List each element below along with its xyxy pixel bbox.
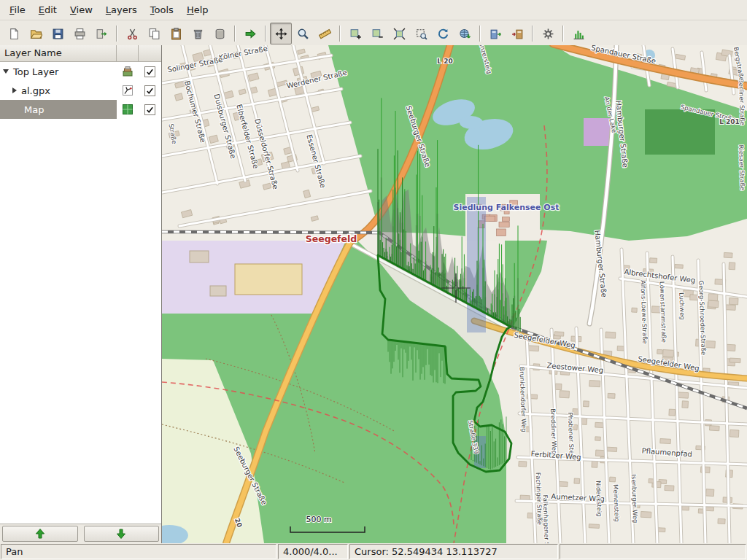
- zoom-best-fit-icon: [393, 28, 406, 40]
- layer-visible-checkbox[interactable]: [144, 104, 155, 115]
- layers-panel-toolbar: [0, 524, 161, 543]
- zoom-tool[interactable]: [292, 23, 314, 44]
- expander-collapsed-icon[interactable]: [12, 88, 17, 93]
- statusbar-extra: [560, 544, 746, 559]
- zoom-region-icon: [415, 28, 427, 40]
- layer-label: al.gpx: [21, 85, 50, 96]
- layers-panel: Layer Name Top Layeral.gpxMap: [0, 45, 162, 543]
- zoom-out-button[interactable]: [366, 23, 388, 44]
- print-button[interactable]: [69, 23, 90, 44]
- refresh-icon: [437, 28, 449, 40]
- print-icon: [74, 28, 86, 40]
- map-canvas[interactable]: Kölner StraßeSolinger StraßeWerdener Str…: [162, 45, 747, 543]
- toolbar-separator: [234, 26, 236, 42]
- layer-row-map[interactable]: Map: [0, 100, 161, 119]
- arrow-down-icon: [115, 528, 128, 540]
- toolbar-separator: [532, 26, 533, 42]
- layer-row-top-layer[interactable]: Top Layer: [0, 62, 161, 81]
- cut-button[interactable]: [121, 23, 143, 44]
- zoom-region-button[interactable]: [410, 23, 432, 44]
- scale-label: 500 m: [306, 515, 331, 524]
- layer-visible-checkbox[interactable]: [144, 66, 155, 77]
- purple-area-small: [584, 118, 611, 146]
- menu-edit[interactable]: Edit: [32, 1, 63, 18]
- toolbar-separator: [339, 26, 341, 42]
- move-layer-down-button[interactable]: [84, 526, 160, 542]
- menubar: FileEditViewLayersToolsHelp: [0, 0, 747, 20]
- export-file-button[interactable]: [506, 23, 528, 44]
- acquire-button[interactable]: [90, 23, 112, 44]
- track-profile-icon: [573, 28, 585, 40]
- map-label: L 20: [437, 58, 452, 65]
- toolbar-separator: [116, 26, 117, 42]
- dense-forest-area: [645, 109, 715, 155]
- delete-icon: [192, 28, 204, 40]
- layer-row-al-gpx[interactable]: al.gpx: [0, 81, 161, 100]
- download-maps-button[interactable]: [454, 23, 476, 44]
- zoom-out-icon: [371, 28, 384, 40]
- map-label: Seegefeld: [306, 233, 357, 244]
- map-label: L 201: [719, 118, 740, 125]
- open-button[interactable]: [25, 23, 47, 44]
- layer-label: Map: [24, 104, 44, 115]
- download-maps-icon: [459, 28, 471, 40]
- import-file-icon: [489, 28, 502, 40]
- column-header-layer-name[interactable]: Layer Name: [0, 45, 117, 61]
- layers-tree-header: Layer Name: [0, 45, 161, 62]
- delete-button[interactable]: [187, 23, 209, 44]
- toolbar-separator: [562, 26, 564, 42]
- copy-button[interactable]: [143, 23, 165, 44]
- menu-help[interactable]: Help: [180, 1, 215, 18]
- refresh-button[interactable]: [432, 23, 454, 44]
- map-label: Luchweg: [678, 292, 686, 320]
- acquire-icon: [96, 28, 108, 40]
- map-label: Meinensteig: [612, 484, 621, 522]
- statusbar-zoom: 4.000/4.0...: [278, 544, 348, 559]
- toolbar-separator: [265, 26, 266, 42]
- paste-button[interactable]: [165, 23, 187, 44]
- new-button[interactable]: [3, 23, 25, 44]
- clear-button[interactable]: [209, 23, 231, 44]
- copy-icon: [148, 28, 160, 40]
- track-profile-button[interactable]: [568, 23, 589, 44]
- menu-layers[interactable]: Layers: [99, 1, 144, 18]
- map-viewport[interactable]: Kölner StraßeSolinger StraßeWerdener Str…: [162, 45, 747, 543]
- cut-icon: [126, 28, 139, 40]
- viking-window: FileEditViewLayersToolsHelp Layer Name T…: [0, 0, 747, 560]
- menu-tools[interactable]: Tools: [144, 1, 180, 18]
- clear-icon: [214, 28, 226, 40]
- zoom-in-button[interactable]: [344, 23, 366, 44]
- statusbar: Pan 4.000/4.0... Cursor: 52.549434 13.11…: [0, 543, 747, 560]
- pan-tool[interactable]: [270, 23, 292, 44]
- save-button[interactable]: [47, 23, 69, 44]
- layer-visible-checkbox[interactable]: [144, 85, 155, 96]
- arrow-up-icon: [34, 528, 47, 540]
- toolbar: [0, 20, 747, 47]
- menu-view[interactable]: View: [63, 1, 99, 18]
- zoom-in-icon: [349, 28, 362, 40]
- expander-expanded-icon[interactable]: [3, 69, 9, 74]
- statusbar-tool: Pan: [1, 544, 276, 559]
- statusbar-cursor: Cursor: 52.549434 13.113727: [349, 544, 558, 559]
- zoom-best-fit-button[interactable]: [388, 23, 410, 44]
- zoom-tool-icon: [297, 28, 309, 40]
- layer-label: Top Layer: [13, 66, 58, 77]
- move-layer-up-button[interactable]: [2, 526, 78, 542]
- toolbar-separator: [479, 26, 481, 42]
- paste-icon: [170, 28, 182, 40]
- go-forward-button[interactable]: [239, 23, 261, 44]
- preferences-icon: [542, 28, 554, 40]
- save-icon: [52, 28, 64, 40]
- menu-file[interactable]: File: [3, 1, 32, 18]
- import-file-button[interactable]: [484, 23, 506, 44]
- export-file-icon: [511, 28, 524, 40]
- map-label: Siedlung Falkensee Ost: [454, 203, 560, 212]
- new-icon: [8, 28, 20, 40]
- column-header-icon: [117, 45, 139, 61]
- map-label: Nidecksteig: [595, 481, 603, 517]
- ruler-tool[interactable]: [314, 23, 336, 44]
- column-header-visible: [139, 45, 161, 61]
- layer-type-icon-toplayer: [117, 66, 139, 77]
- preferences-button[interactable]: [537, 23, 559, 44]
- layers-tree: Top Layeral.gpxMap: [0, 62, 161, 524]
